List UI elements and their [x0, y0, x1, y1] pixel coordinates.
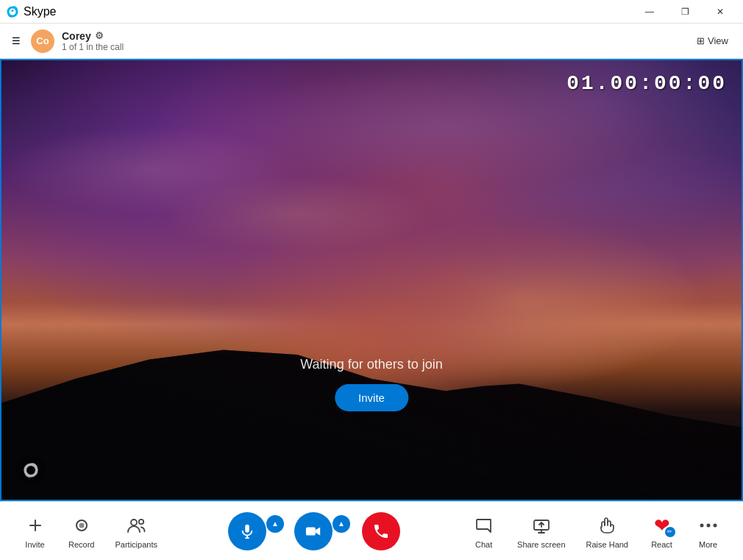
close-button[interactable]: ✕	[703, 0, 737, 24]
header: ☰ Co Corey ⚙ 1 of 1 in the call ⊞ View	[0, 24, 743, 59]
mic-options-button[interactable]: ▲	[266, 515, 284, 533]
end-call-button[interactable]	[362, 512, 400, 550]
more-icon	[697, 514, 720, 537]
call-status: 1 of 1 in the call	[62, 42, 683, 52]
menu-button[interactable]: ☰	[9, 32, 24, 49]
share-screen-button[interactable]: Share screen	[510, 509, 572, 553]
svg-point-1	[79, 522, 84, 528]
restore-button[interactable]: ❐	[668, 0, 702, 24]
participants-icon	[124, 514, 148, 537]
call-timer: 01.00:00:00	[566, 72, 727, 95]
raise-hand-button[interactable]: Raise Hand	[579, 509, 636, 553]
record-icon	[70, 514, 93, 537]
mic-icon	[239, 523, 255, 539]
video-area: 01.00:00:00 Waiting for others to join I…	[0, 59, 743, 501]
share-screen-icon	[530, 514, 553, 537]
avatar: Co	[31, 29, 54, 53]
svg-point-10	[706, 523, 710, 527]
react-icon: ❤ ✏	[650, 514, 674, 537]
react-edit-badge: ✏	[665, 527, 675, 537]
camera-button[interactable]	[294, 512, 333, 550]
toolbar-center: ▲ ▲	[228, 512, 400, 550]
toolbar: Invite Record Participants	[0, 501, 743, 560]
view-button[interactable]: ⊞ View	[691, 32, 734, 49]
end-call-icon	[372, 522, 390, 540]
contact-name: Corey ⚙	[62, 30, 683, 42]
contact-info: Corey ⚙ 1 of 1 in the call	[62, 30, 683, 52]
participants-button[interactable]: Participants	[107, 509, 164, 553]
video-background	[1, 60, 742, 500]
camera-chevron-icon: ▲	[338, 520, 345, 528]
svg-point-3	[139, 519, 143, 523]
svg-point-9	[700, 523, 703, 527]
mic-chevron-icon: ▲	[271, 520, 279, 528]
app-title: Skype	[24, 5, 56, 18]
toolbar-right: Chat Share screen Raise Han	[463, 509, 728, 553]
skype-watermark-icon	[22, 461, 40, 479]
camera-options-button[interactable]: ▲	[333, 515, 350, 533]
chat-button[interactable]: Chat	[463, 509, 504, 553]
more-button[interactable]: More	[688, 509, 728, 553]
chat-icon	[472, 514, 496, 537]
app-icon: Skype	[6, 5, 56, 18]
invite-button[interactable]: Invite	[15, 509, 55, 553]
mute-button[interactable]	[228, 512, 266, 550]
waiting-container: Waiting for others to join Invite	[300, 357, 442, 411]
minimize-button[interactable]: —	[633, 0, 666, 24]
record-button[interactable]: Record	[61, 509, 102, 553]
skype-logo-icon	[6, 5, 19, 18]
toolbar-left: Invite Record Participants	[15, 509, 165, 553]
window-controls: — ❐ ✕	[633, 0, 737, 24]
svg-rect-4	[245, 524, 249, 532]
waiting-text: Waiting for others to join	[300, 357, 442, 372]
view-grid-icon: ⊞	[697, 35, 705, 46]
svg-point-2	[131, 520, 137, 525]
invite-icon	[24, 514, 47, 537]
skype-watermark	[16, 456, 46, 485]
svg-point-11	[713, 523, 717, 527]
invite-call-button[interactable]: Invite	[335, 384, 408, 411]
react-button[interactable]: ❤ ✏ React	[641, 509, 682, 553]
camera-icon	[305, 523, 321, 539]
title-bar: Skype — ❐ ✕	[0, 0, 743, 24]
svg-rect-7	[306, 527, 316, 535]
raise-hand-icon	[595, 514, 619, 537]
menu-icon: ☰	[12, 35, 21, 46]
settings-icon[interactable]: ⚙	[95, 30, 104, 41]
